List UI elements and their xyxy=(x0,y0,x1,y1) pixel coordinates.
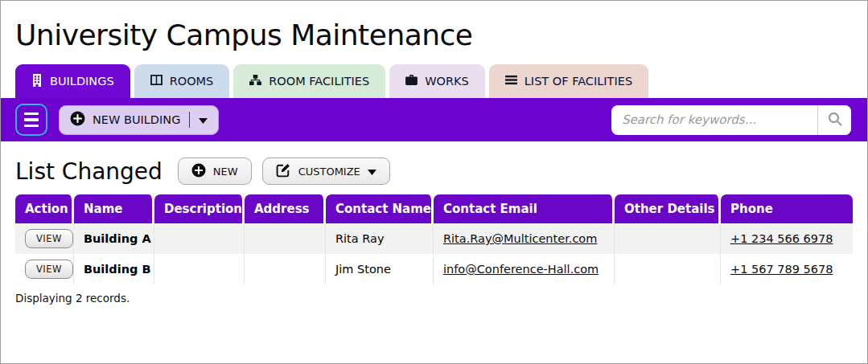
record-count-text: Displaying 2 records. xyxy=(15,292,853,305)
list-title: List Changed xyxy=(15,158,162,185)
contact-email-link[interactable]: info@Conference-Hall.com xyxy=(443,263,599,276)
tab-buildings[interactable]: BUILDINGS xyxy=(15,64,130,98)
building-description xyxy=(154,223,245,254)
building-address xyxy=(245,254,326,284)
edit-icon xyxy=(276,162,291,180)
main-content: List Changed NEW CUSTOMIZE Action Name D… xyxy=(1,157,867,305)
search-icon xyxy=(828,112,842,129)
page-title: University Campus Maintenance xyxy=(1,1,867,64)
chevron-down-icon[interactable] xyxy=(199,113,208,126)
building-icon xyxy=(31,74,43,89)
buildings-table: Action Name Description Address Contact … xyxy=(15,194,853,284)
column-header-contact-name: Contact Name xyxy=(326,194,434,223)
tab-label: BUILDINGS xyxy=(50,75,114,88)
new-building-label: NEW BUILDING xyxy=(93,113,180,126)
tab-bar: BUILDINGS ROOMS ROOM FACILITIES WORKS LI… xyxy=(1,64,867,98)
building-name: Building A xyxy=(74,223,154,254)
view-button[interactable]: VIEW xyxy=(25,260,73,279)
new-button-label: NEW xyxy=(213,166,238,178)
list-icon xyxy=(505,75,517,88)
list-header: List Changed NEW CUSTOMIZE xyxy=(15,157,853,185)
toolbar: NEW BUILDING xyxy=(1,98,867,141)
plus-circle-icon xyxy=(70,111,85,129)
other-details xyxy=(615,223,721,254)
hamburger-icon xyxy=(24,112,39,116)
sitemap-icon xyxy=(249,75,261,88)
tab-label: ROOMS xyxy=(170,75,214,88)
tab-list-of-facilities[interactable]: LIST OF FACILITIES xyxy=(489,64,648,98)
tab-works[interactable]: WORKS xyxy=(389,64,485,98)
building-address xyxy=(245,223,326,254)
column-header-phone: Phone xyxy=(721,194,853,223)
search-box xyxy=(611,105,851,135)
tab-room-facilities[interactable]: ROOM FACILITIES xyxy=(233,64,385,98)
building-description xyxy=(154,254,245,284)
columns-icon xyxy=(150,75,162,88)
button-divider xyxy=(189,112,190,128)
contact-name: Rita Ray xyxy=(326,223,434,254)
view-button[interactable]: VIEW xyxy=(25,229,73,248)
column-header-name: Name xyxy=(74,194,154,223)
search-input[interactable] xyxy=(611,105,817,135)
customize-button[interactable]: CUSTOMIZE xyxy=(262,157,390,185)
phone-link[interactable]: +1 567 789 5678 xyxy=(730,263,833,276)
column-header-other-details: Other Details xyxy=(615,194,721,223)
menu-button[interactable] xyxy=(15,104,47,136)
tab-label: WORKS xyxy=(425,75,469,88)
column-header-description: Description xyxy=(154,194,245,223)
plus-circle-icon xyxy=(191,163,206,180)
building-name: Building B xyxy=(74,254,154,284)
new-building-button[interactable]: NEW BUILDING xyxy=(59,105,219,135)
new-button[interactable]: NEW xyxy=(178,157,252,185)
other-details xyxy=(615,254,721,284)
table-row: VIEW Building A Rita Ray Rita.Ray@Multic… xyxy=(15,223,853,254)
contact-name: Jim Stone xyxy=(326,254,434,284)
column-header-address: Address xyxy=(245,194,326,223)
chevron-down-icon xyxy=(368,166,376,178)
column-header-contact-email: Contact Email xyxy=(434,194,615,223)
briefcase-icon xyxy=(405,75,418,88)
tab-rooms[interactable]: ROOMS xyxy=(134,64,230,98)
tab-label: LIST OF FACILITIES xyxy=(525,75,632,88)
customize-button-label: CUSTOMIZE xyxy=(298,166,360,178)
contact-email-link[interactable]: Rita.Ray@Multicenter.com xyxy=(443,232,597,245)
column-header-action: Action xyxy=(15,194,74,223)
tab-label: ROOM FACILITIES xyxy=(269,75,369,88)
phone-link[interactable]: +1 234 566 6978 xyxy=(730,232,833,245)
table-row: VIEW Building B Jim Stone info@Conferenc… xyxy=(15,254,853,284)
table-header-row: Action Name Description Address Contact … xyxy=(15,194,853,223)
search-button[interactable] xyxy=(817,105,851,135)
